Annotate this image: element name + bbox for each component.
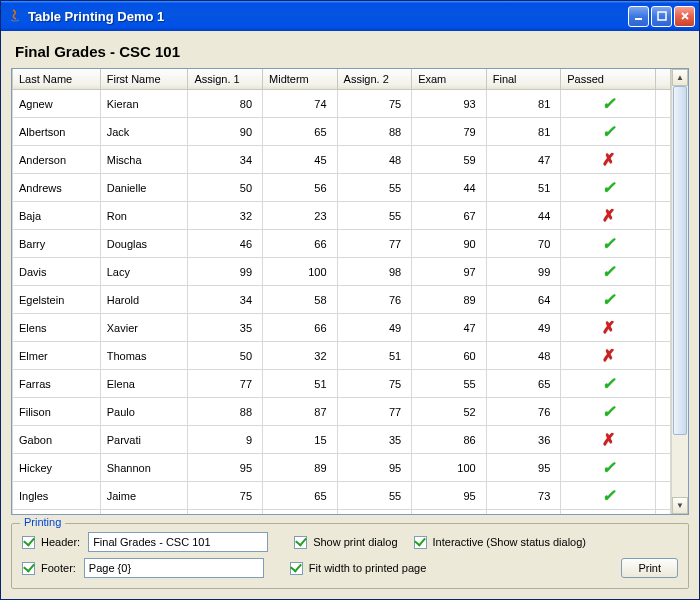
table-row[interactable]: InglesJaime7565559573✓ — [13, 482, 671, 510]
scroll-down-button[interactable]: ▼ — [672, 497, 688, 514]
cell-final[interactable]: 61 — [486, 510, 561, 515]
cell-first[interactable]: Jaime — [100, 482, 188, 510]
cell-last[interactable]: Andrews — [13, 174, 101, 202]
cell-final[interactable]: 47 — [486, 146, 561, 174]
cell-last[interactable]: Farras — [13, 370, 101, 398]
cell-passed[interactable]: ✓ — [561, 90, 656, 118]
cell-last[interactable]: Gabon — [13, 426, 101, 454]
cell-passed[interactable]: ✓ — [561, 174, 656, 202]
cell-passed[interactable]: ✗ — [561, 342, 656, 370]
cell-a2[interactable]: 55 — [337, 174, 412, 202]
cell-a2[interactable]: 77 — [337, 398, 412, 426]
show-dialog-checkbox[interactable] — [294, 536, 307, 549]
cell-mid[interactable]: 56 — [263, 510, 338, 515]
cell-a1[interactable]: 80 — [188, 90, 263, 118]
cell-a2[interactable]: 75 — [337, 90, 412, 118]
cell-first[interactable]: Payton — [100, 510, 188, 515]
cell-passed[interactable]: ✓ — [561, 398, 656, 426]
col-assign2[interactable]: Assign. 2 — [337, 69, 412, 90]
cell-a2[interactable]: 55 — [337, 482, 412, 510]
cell-final[interactable]: 99 — [486, 258, 561, 286]
cell-final[interactable]: 49 — [486, 314, 561, 342]
cell-final[interactable]: 36 — [486, 426, 561, 454]
cell-last[interactable]: Hickey — [13, 454, 101, 482]
col-passed[interactable]: Passed — [561, 69, 656, 90]
table-row[interactable]: InsteinPayton5156518461✓ — [13, 510, 671, 515]
cell-a1[interactable]: 75 — [188, 482, 263, 510]
cell-final[interactable]: 76 — [486, 398, 561, 426]
table-row[interactable]: BarryDouglas4666779070✓ — [13, 230, 671, 258]
interactive-checkbox[interactable] — [414, 536, 427, 549]
cell-a1[interactable]: 50 — [188, 174, 263, 202]
cell-a1[interactable]: 51 — [188, 510, 263, 515]
cell-last[interactable]: Barry — [13, 230, 101, 258]
table-row[interactable]: AndrewsDanielle5056554451✓ — [13, 174, 671, 202]
table-row[interactable]: DavisLacy99100989799✓ — [13, 258, 671, 286]
cell-exam[interactable]: 86 — [412, 426, 487, 454]
header-checkbox[interactable] — [22, 536, 35, 549]
cell-passed[interactable]: ✗ — [561, 426, 656, 454]
cell-last[interactable]: Davis — [13, 258, 101, 286]
table-row[interactable]: EgelsteinHarold3458768964✓ — [13, 286, 671, 314]
col-exam[interactable]: Exam — [412, 69, 487, 90]
cell-mid[interactable]: 15 — [263, 426, 338, 454]
cell-first[interactable]: Mischa — [100, 146, 188, 174]
cell-exam[interactable]: 47 — [412, 314, 487, 342]
cell-passed[interactable]: ✓ — [561, 482, 656, 510]
cell-a1[interactable]: 46 — [188, 230, 263, 258]
cell-last[interactable]: Ingles — [13, 482, 101, 510]
cell-passed[interactable]: ✓ — [561, 454, 656, 482]
cell-passed[interactable]: ✓ — [561, 118, 656, 146]
col-last-name[interactable]: Last Name — [13, 69, 101, 90]
cell-a1[interactable]: 35 — [188, 314, 263, 342]
table-row[interactable]: BajaRon3223556744✗ — [13, 202, 671, 230]
cell-mid[interactable]: 100 — [263, 258, 338, 286]
cell-final[interactable]: 70 — [486, 230, 561, 258]
cell-first[interactable]: Danielle — [100, 174, 188, 202]
cell-first[interactable]: Ron — [100, 202, 188, 230]
print-button[interactable]: Print — [621, 558, 678, 578]
cell-first[interactable]: Thomas — [100, 342, 188, 370]
cell-exam[interactable]: 60 — [412, 342, 487, 370]
cell-mid[interactable]: 66 — [263, 230, 338, 258]
cell-mid[interactable]: 65 — [263, 118, 338, 146]
cell-mid[interactable]: 65 — [263, 482, 338, 510]
scroll-up-button[interactable]: ▲ — [672, 69, 688, 86]
cell-a2[interactable]: 88 — [337, 118, 412, 146]
fit-width-checkbox[interactable] — [290, 562, 303, 575]
minimize-button[interactable] — [628, 6, 649, 27]
cell-final[interactable]: 95 — [486, 454, 561, 482]
cell-exam[interactable]: 89 — [412, 286, 487, 314]
cell-first[interactable]: Kieran — [100, 90, 188, 118]
close-button[interactable] — [674, 6, 695, 27]
table-row[interactable]: ElensXavier3566494749✗ — [13, 314, 671, 342]
cell-a1[interactable]: 90 — [188, 118, 263, 146]
cell-mid[interactable]: 45 — [263, 146, 338, 174]
cell-exam[interactable]: 44 — [412, 174, 487, 202]
cell-last[interactable]: Filison — [13, 398, 101, 426]
cell-mid[interactable]: 74 — [263, 90, 338, 118]
maximize-button[interactable] — [651, 6, 672, 27]
cell-a1[interactable]: 77 — [188, 370, 263, 398]
cell-final[interactable]: 65 — [486, 370, 561, 398]
table-row[interactable]: AlbertsonJack9065887981✓ — [13, 118, 671, 146]
cell-final[interactable]: 44 — [486, 202, 561, 230]
scroll-thumb[interactable] — [673, 86, 687, 435]
col-first-name[interactable]: First Name — [100, 69, 188, 90]
cell-a1[interactable]: 34 — [188, 146, 263, 174]
table-row[interactable]: ElmerThomas5032516048✗ — [13, 342, 671, 370]
cell-last[interactable]: Baja — [13, 202, 101, 230]
cell-last[interactable]: Agnew — [13, 90, 101, 118]
cell-last[interactable]: Egelstein — [13, 286, 101, 314]
cell-a2[interactable]: 76 — [337, 286, 412, 314]
cell-final[interactable]: 73 — [486, 482, 561, 510]
cell-final[interactable]: 64 — [486, 286, 561, 314]
cell-passed[interactable]: ✓ — [561, 230, 656, 258]
cell-exam[interactable]: 84 — [412, 510, 487, 515]
cell-mid[interactable]: 51 — [263, 370, 338, 398]
cell-first[interactable]: Jack — [100, 118, 188, 146]
cell-a1[interactable]: 99 — [188, 258, 263, 286]
cell-mid[interactable]: 89 — [263, 454, 338, 482]
footer-checkbox[interactable] — [22, 562, 35, 575]
cell-exam[interactable]: 55 — [412, 370, 487, 398]
